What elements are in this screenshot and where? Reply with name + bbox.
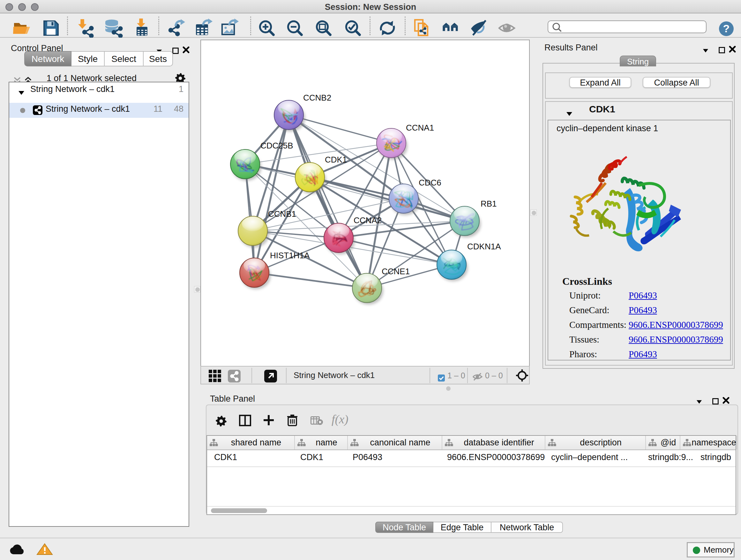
svg-text:CCNB1: CCNB1 [268, 209, 296, 219]
svg-text:CDK1: CDK1 [325, 155, 347, 165]
svg-text:CDC6: CDC6 [419, 178, 441, 187]
svg-text:CDC25B: CDC25B [260, 141, 293, 150]
svg-text:CCNB2: CCNB2 [303, 93, 331, 103]
svg-text:CDKN1A: CDKN1A [467, 242, 501, 251]
svg-text:CCNA2: CCNA2 [354, 215, 382, 225]
svg-text:RB1: RB1 [481, 199, 497, 208]
svg-text:HIST1H1A: HIST1H1A [270, 251, 310, 260]
svg-text:CCNE1: CCNE1 [382, 266, 410, 276]
svg-text:?: ? [723, 22, 730, 35]
svg-text:CCNA1: CCNA1 [406, 123, 434, 132]
